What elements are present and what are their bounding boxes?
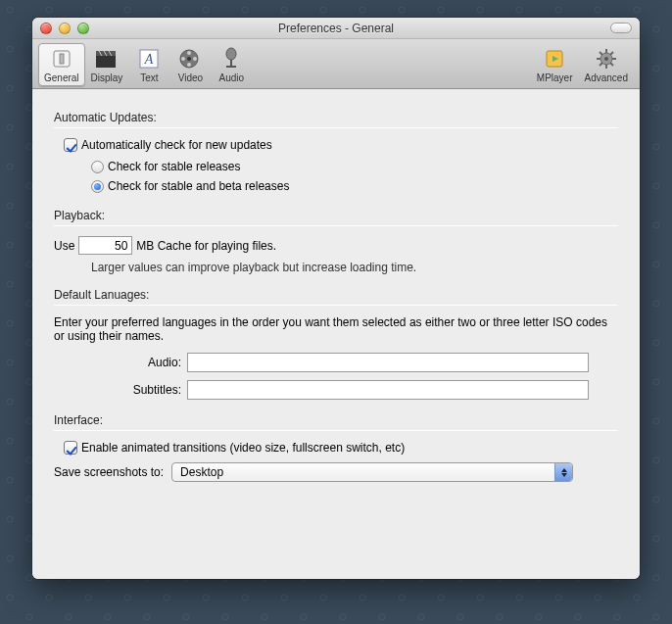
beta-row: Check for stable and beta releases bbox=[91, 179, 618, 193]
tab-label: Text bbox=[140, 72, 158, 83]
tab-label: Video bbox=[178, 72, 203, 83]
beta-radio[interactable] bbox=[91, 180, 104, 193]
cache-help: Larger values can improve playback but i… bbox=[91, 261, 618, 274]
tab-label: Audio bbox=[219, 72, 245, 83]
divider bbox=[54, 127, 618, 128]
animated-row: Enable animated transitions (video size,… bbox=[64, 441, 618, 455]
svg-rect-2 bbox=[96, 56, 116, 68]
titlebar[interactable]: Preferences - General bbox=[32, 18, 640, 39]
select-arrows-icon bbox=[554, 463, 572, 481]
clapperboard-icon bbox=[92, 45, 121, 72]
tab-label: Advanced bbox=[585, 72, 628, 83]
screenshots-select[interactable]: Desktop bbox=[171, 462, 573, 482]
svg-text:A: A bbox=[144, 52, 154, 67]
subtitles-lang-input[interactable] bbox=[187, 380, 589, 400]
svg-line-28 bbox=[600, 63, 602, 66]
stable-label: Check for stable releases bbox=[108, 160, 240, 173]
film-reel-icon bbox=[175, 45, 205, 72]
screenshots-label: Save screenshots to: bbox=[54, 465, 164, 479]
svg-point-11 bbox=[187, 51, 191, 55]
svg-point-13 bbox=[187, 63, 191, 67]
languages-description: Enter your preferred languages in the or… bbox=[54, 315, 618, 343]
animated-transitions-checkbox[interactable] bbox=[64, 441, 77, 455]
svg-line-26 bbox=[600, 52, 602, 55]
svg-line-29 bbox=[610, 52, 613, 55]
gear-icon bbox=[592, 45, 621, 72]
section-heading-languages: Default Lanuages: bbox=[54, 288, 618, 302]
tab-audio[interactable]: Audio bbox=[211, 43, 252, 86]
divider bbox=[54, 305, 618, 306]
svg-point-15 bbox=[226, 48, 236, 60]
tab-label: MPlayer bbox=[537, 72, 573, 83]
tab-label: Display bbox=[91, 72, 123, 83]
screenshots-value: Desktop bbox=[180, 465, 223, 479]
svg-point-12 bbox=[193, 57, 197, 61]
svg-rect-1 bbox=[60, 54, 64, 64]
cache-row: Use MB Cache for playing files. bbox=[54, 236, 618, 255]
animated-label: Enable animated transitions (video size,… bbox=[81, 441, 405, 455]
auto-check-row: Automatically check for new updates bbox=[64, 138, 618, 152]
audio-lang-label: Audio: bbox=[54, 356, 181, 369]
preferences-icon bbox=[47, 45, 76, 72]
tab-mplayer[interactable]: MPlayer bbox=[531, 43, 579, 86]
audio-lang-input[interactable] bbox=[187, 353, 589, 372]
tab-display[interactable]: Display bbox=[85, 43, 129, 86]
beta-label: Check for stable and beta releases bbox=[108, 179, 289, 193]
section-heading-interface: Interface: bbox=[54, 413, 618, 427]
text-icon: A bbox=[134, 45, 164, 72]
cache-input[interactable] bbox=[78, 236, 132, 255]
window-title: Preferences - General bbox=[32, 22, 640, 35]
section-heading-updates: Automatic Updates: bbox=[54, 111, 618, 124]
svg-point-14 bbox=[181, 57, 185, 61]
preferences-window: Preferences - General General Display A bbox=[32, 18, 640, 579]
divider bbox=[54, 430, 618, 431]
subtitles-lang-label: Subtitles: bbox=[54, 383, 181, 397]
use-prefix: Use bbox=[54, 239, 74, 253]
tab-general[interactable]: General bbox=[38, 43, 85, 86]
use-suffix: MB Cache for playing files. bbox=[136, 239, 276, 253]
divider bbox=[54, 225, 618, 226]
microphone-icon bbox=[216, 45, 246, 72]
auto-check-checkbox[interactable] bbox=[64, 138, 77, 152]
toolbar-toggle-button[interactable] bbox=[610, 23, 632, 33]
stable-row: Check for stable releases bbox=[91, 160, 618, 173]
svg-point-21 bbox=[604, 57, 608, 61]
toolbar: General Display A Text Video bbox=[32, 39, 640, 89]
stable-radio[interactable] bbox=[91, 161, 104, 173]
svg-point-10 bbox=[187, 57, 191, 61]
content-pane: Automatic Updates: Automatically check f… bbox=[32, 89, 640, 579]
section-heading-playback: Playback: bbox=[54, 209, 618, 222]
tab-video[interactable]: Video bbox=[169, 43, 211, 86]
svg-rect-16 bbox=[230, 60, 232, 66]
tab-text[interactable]: A Text bbox=[128, 43, 169, 86]
auto-check-label: Automatically check for new updates bbox=[81, 138, 272, 152]
tab-label: General bbox=[44, 72, 79, 83]
screenshots-row: Save screenshots to: Desktop bbox=[54, 462, 618, 482]
svg-line-27 bbox=[610, 63, 613, 66]
tab-advanced[interactable]: Advanced bbox=[579, 43, 634, 86]
mplayer-icon bbox=[540, 45, 569, 72]
